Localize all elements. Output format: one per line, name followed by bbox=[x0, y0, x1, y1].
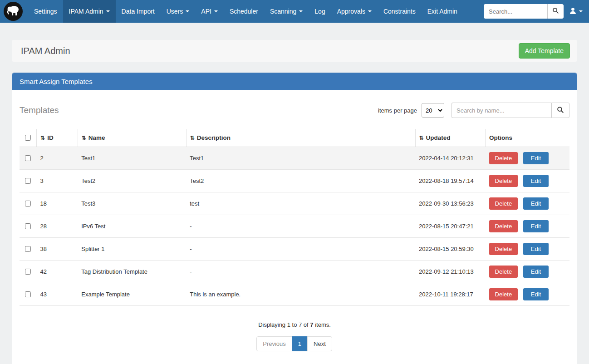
nav-item-constraints[interactable]: Constraints bbox=[378, 0, 422, 23]
row-updated: 2022-08-15 20:59:30 bbox=[415, 238, 486, 261]
column-header-description[interactable]: ⇅Description bbox=[186, 129, 415, 147]
edit-button[interactable]: Edit bbox=[523, 266, 549, 278]
table-row: 3 Test2 Test2 2022-08-18 19:57:14 Delete… bbox=[20, 170, 569, 192]
nav-item-label: Scanning bbox=[270, 8, 296, 15]
pagination-page-1[interactable]: 1 bbox=[292, 336, 308, 351]
delete-button[interactable]: Delete bbox=[489, 220, 518, 232]
templates-table: ⇅ID ⇅Name ⇅Description ⇅Updated Options … bbox=[20, 129, 569, 306]
pagination-previous[interactable]: Previous bbox=[256, 336, 292, 351]
row-updated: 2022-10-11 19:28:17 bbox=[415, 283, 486, 306]
chevron-down-icon bbox=[579, 10, 583, 12]
search-icon bbox=[557, 106, 564, 115]
row-name: Tag Distribution Template bbox=[78, 261, 186, 283]
items-per-page-select[interactable]: 20 bbox=[422, 103, 444, 118]
table-row: 43 Example Template This is an example. … bbox=[20, 283, 569, 306]
chevron-down-icon bbox=[214, 10, 218, 12]
edit-button[interactable]: Edit bbox=[523, 152, 549, 164]
global-search-button[interactable] bbox=[547, 4, 564, 19]
nav-item-label: Log bbox=[314, 8, 325, 15]
chevron-down-icon bbox=[186, 10, 189, 12]
display-summary: Displaying 1 to 7 of 7 items. bbox=[20, 321, 569, 328]
nav-item-label: Scheduler bbox=[230, 8, 258, 15]
nav-item-scheduler[interactable]: Scheduler bbox=[224, 0, 264, 23]
nav-item-ipam-admin[interactable]: IPAM Admin bbox=[63, 0, 116, 23]
column-header-updated[interactable]: ⇅Updated bbox=[415, 129, 486, 147]
name-search-input[interactable] bbox=[452, 103, 551, 118]
row-checkbox[interactable] bbox=[25, 201, 31, 207]
name-search-button[interactable] bbox=[551, 103, 569, 118]
row-name: Test2 bbox=[78, 170, 186, 192]
row-checkbox[interactable] bbox=[25, 269, 31, 275]
table-row: 28 IPv6 Test - 2022-08-15 20:47:21 Delet… bbox=[20, 215, 569, 238]
row-name: Example Template bbox=[78, 283, 186, 306]
row-description: Test1 bbox=[186, 147, 415, 170]
global-search-group bbox=[484, 4, 564, 19]
edit-button[interactable]: Edit bbox=[523, 220, 549, 232]
column-header-id[interactable]: ⇅ID bbox=[37, 129, 78, 147]
top-navbar: Settings IPAM Admin Data Import Users AP… bbox=[0, 0, 589, 23]
templates-table-body: 2 Test1 Test1 2022-04-14 20:12:31 Delete… bbox=[20, 147, 569, 306]
sort-icon: ⇅ bbox=[190, 135, 195, 141]
delete-button[interactable]: Delete bbox=[489, 243, 518, 255]
row-description: test bbox=[186, 192, 415, 215]
page-header: IPAM Admin Add Template bbox=[12, 40, 577, 62]
search-icon bbox=[552, 7, 559, 15]
nav-item-scanning[interactable]: Scanning bbox=[264, 0, 309, 23]
row-checkbox[interactable] bbox=[25, 223, 31, 229]
row-checkbox[interactable] bbox=[25, 178, 31, 184]
row-name: Test1 bbox=[78, 147, 186, 170]
panel-body: Templates items per page 20 bbox=[12, 90, 577, 364]
main-content: IPAM Admin Add Template Smart Assign Tem… bbox=[12, 23, 577, 364]
delete-button[interactable]: Delete bbox=[489, 197, 518, 210]
table-row: 42 Tag Distribution Template - 2022-09-1… bbox=[20, 261, 569, 283]
row-description: Test2 bbox=[186, 170, 415, 192]
row-description: This is an example. bbox=[186, 283, 415, 306]
edit-button[interactable]: Edit bbox=[523, 175, 549, 187]
row-id: 18 bbox=[37, 192, 78, 215]
row-name: IPv6 Test bbox=[78, 215, 186, 238]
delete-button[interactable]: Delete bbox=[489, 175, 518, 187]
row-id: 43 bbox=[37, 283, 78, 306]
edit-button[interactable]: Edit bbox=[523, 197, 549, 210]
user-menu[interactable] bbox=[569, 7, 583, 16]
delete-button[interactable]: Delete bbox=[489, 266, 518, 278]
nav-item-label: API bbox=[201, 8, 211, 15]
pagination-next[interactable]: Next bbox=[307, 336, 332, 351]
select-all-checkbox[interactable] bbox=[25, 135, 31, 141]
table-row: 2 Test1 Test1 2022-04-14 20:12:31 Delete… bbox=[20, 147, 569, 170]
row-checkbox[interactable] bbox=[25, 291, 31, 297]
nav-item-label: Approvals bbox=[337, 8, 365, 15]
row-updated: 2022-08-18 19:57:14 bbox=[415, 170, 486, 192]
nav-item-approvals[interactable]: Approvals bbox=[331, 0, 378, 23]
sort-icon: ⇅ bbox=[419, 135, 424, 141]
nav-item-label: Exit Admin bbox=[427, 8, 457, 15]
column-header-options: Options bbox=[486, 129, 569, 147]
brand-logo[interactable] bbox=[4, 2, 23, 21]
add-template-button[interactable]: Add Template bbox=[519, 43, 570, 59]
row-name: Test3 bbox=[78, 192, 186, 215]
column-header-name[interactable]: ⇅Name bbox=[78, 129, 186, 147]
nav-item-api[interactable]: API bbox=[195, 0, 224, 23]
row-checkbox[interactable] bbox=[25, 246, 31, 252]
global-search-input[interactable] bbox=[484, 4, 547, 19]
nav-item-exit-admin[interactable]: Exit Admin bbox=[422, 0, 463, 23]
edit-button[interactable]: Edit bbox=[523, 243, 549, 255]
name-search-group bbox=[452, 103, 569, 118]
row-description: - bbox=[186, 238, 415, 261]
nav-item-label: Constraints bbox=[383, 8, 416, 15]
nav-item-log[interactable]: Log bbox=[309, 0, 331, 23]
pagination: Previous 1 Next bbox=[20, 336, 569, 351]
nav-menu: Settings IPAM Admin Data Import Users AP… bbox=[28, 0, 463, 23]
nav-item-users[interactable]: Users bbox=[161, 0, 196, 23]
nav-item-settings[interactable]: Settings bbox=[28, 0, 63, 23]
row-id: 38 bbox=[37, 238, 78, 261]
delete-button[interactable]: Delete bbox=[489, 152, 518, 164]
nav-item-label: Settings bbox=[34, 8, 57, 15]
delete-button[interactable]: Delete bbox=[489, 288, 518, 300]
edit-button[interactable]: Edit bbox=[523, 288, 549, 300]
nav-item-data-import[interactable]: Data Import bbox=[116, 0, 161, 23]
row-checkbox[interactable] bbox=[25, 155, 31, 161]
table-row: 38 Splitter 1 - 2022-08-15 20:59:30 Dele… bbox=[20, 238, 569, 261]
chevron-down-icon bbox=[106, 10, 110, 12]
row-updated: 2022-09-30 13:56:23 bbox=[415, 192, 486, 215]
